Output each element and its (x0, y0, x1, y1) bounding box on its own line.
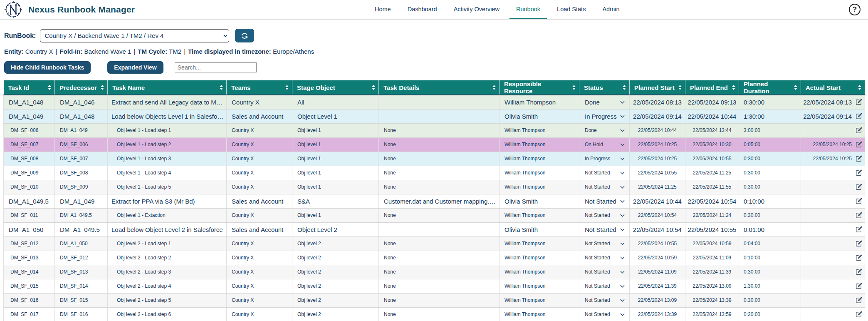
cell-planned-duration: 1:30:00 (739, 279, 801, 293)
nav-item-activity-overview[interactable]: Activity Overview (447, 0, 506, 19)
search-input[interactable] (175, 62, 257, 72)
status-select[interactable]: In Progress (579, 109, 629, 123)
cell-predecessor: DM_A1_046 (55, 95, 108, 109)
expanded-view-button[interactable]: Expanded View (107, 61, 163, 74)
cell-teams: Country X (227, 137, 292, 152)
cell-responsible-resource: Olivia Smith (500, 109, 579, 123)
status-value: In Progress (585, 156, 610, 162)
cell-actual-start (801, 166, 865, 180)
cell-stage-object: Obj level 2 (292, 279, 379, 293)
cell-predecessor: DM_SF_009 (55, 180, 108, 194)
cell-teams: Sales and Account (227, 109, 292, 123)
cell-task-details: None (379, 265, 500, 279)
status-select[interactable]: On Hold (579, 138, 629, 152)
runbook-select[interactable]: Country X / Backend Wave 1 / TM2 / Rev 4 (40, 29, 229, 42)
nav-item-load-stats[interactable]: Load Stats (550, 0, 592, 19)
cell-task-id: DM_SF_014 (4, 265, 55, 279)
cell-stage-object: Obj level 2 (292, 265, 379, 279)
column-header-stage-object[interactable]: Stage Object (292, 80, 379, 95)
edit-button[interactable] (856, 127, 862, 134)
meta-separator: | (134, 48, 135, 55)
edit-button[interactable] (856, 198, 862, 204)
column-header-responsible-resource[interactable]: Responsible Resource (500, 80, 579, 95)
column-header-task-name[interactable]: Task Name (108, 80, 227, 95)
edit-button[interactable] (856, 269, 862, 275)
nav-item-admin[interactable]: Admin (596, 0, 626, 19)
edit-button[interactable] (856, 169, 862, 176)
meta-label-time-displayed-in-timezone: Time displayed in timezone: (188, 48, 271, 55)
edit-pencil-icon (856, 99, 862, 105)
cell-task-id: DM_A1_049.5 (4, 194, 55, 208)
cell-actual-start (801, 222, 865, 236)
status-select[interactable]: Not Started (579, 223, 629, 236)
status-select[interactable]: Not Started (579, 279, 629, 293)
status-select[interactable]: Not Started (579, 194, 629, 208)
status-select[interactable]: Not Started (579, 308, 629, 321)
status-select[interactable]: Not Started (579, 180, 629, 194)
edit-button[interactable] (856, 254, 862, 261)
status-select[interactable]: Done (579, 95, 629, 109)
chevron-down-icon (620, 285, 625, 288)
sort-arrows-icon (791, 85, 797, 90)
edit-button[interactable] (856, 283, 862, 289)
column-header-task-id[interactable]: Task Id (4, 80, 55, 95)
chevron-down-icon (620, 186, 625, 189)
column-header-planned-start[interactable]: Planned Start (630, 80, 685, 95)
status-select[interactable]: Not Started (579, 251, 629, 265)
cell-stage-object: Obj level 1 (292, 180, 379, 194)
meta-label-tm-cycle: TM Cycle: (138, 48, 167, 55)
hide-child-tasks-button[interactable]: Hide Child Runbook Tasks (4, 61, 91, 74)
status-select[interactable]: Not Started (579, 209, 629, 222)
cell-task-details: None (379, 293, 500, 307)
cell-task-name: Obj level 1 - Load step 1 (108, 123, 227, 137)
column-header-status[interactable]: Status (579, 80, 630, 95)
help-icon[interactable]: ? (849, 4, 861, 15)
status-value: Not Started (585, 184, 610, 190)
nav-item-runbook[interactable]: Runbook (509, 0, 547, 19)
edit-button[interactable] (856, 212, 862, 219)
status-select[interactable]: In Progress (579, 152, 629, 166)
runbook-toolbar: RunBook: Country X / Backend Wave 1 / TM… (4, 29, 868, 42)
refresh-button[interactable] (235, 29, 254, 42)
column-header-planned-end[interactable]: Planned End (685, 80, 739, 95)
meta-value-tm-cycle: TM2 (167, 48, 181, 55)
cell-planned-start: 22/05/2024 10:44 (630, 194, 685, 208)
cell-planned-end: 22/05/2024 10:59 (685, 236, 739, 251)
cell-task-details: None (379, 152, 500, 166)
cell-status: Not Started (579, 236, 630, 251)
nav-item-home[interactable]: Home (368, 0, 398, 19)
cell-stage-object: Obj level 2 (292, 307, 379, 321)
cell-planned-end: 22/05/2024 11:24 (685, 208, 739, 222)
edit-button[interactable] (856, 311, 862, 318)
nav-item-dashboard[interactable]: Dashboard (401, 0, 444, 19)
edit-button[interactable] (856, 297, 862, 304)
edit-button[interactable] (856, 141, 862, 148)
cell-actual-start (801, 123, 865, 137)
edit-button[interactable] (856, 226, 862, 233)
column-header-teams[interactable]: Teams (227, 80, 292, 95)
edit-button[interactable] (856, 155, 862, 162)
status-value: Not Started (585, 226, 616, 233)
cell-teams: Country X (227, 251, 292, 265)
edit-pencil-icon (856, 184, 862, 190)
status-value: Not Started (585, 283, 610, 289)
cell-planned-end: 22/05/2024 11:25 (685, 166, 739, 180)
edit-pencil-icon (856, 283, 862, 289)
status-select[interactable]: Not Started (579, 294, 629, 307)
cell-task-id: DM_SF_010 (4, 180, 55, 194)
column-header-predecessor[interactable]: Predecessor (55, 80, 108, 95)
edit-button[interactable] (856, 184, 862, 190)
edit-button[interactable] (856, 240, 862, 247)
column-header-planned-duration[interactable]: Planned Duration (739, 80, 801, 95)
edit-button[interactable] (856, 99, 862, 105)
status-select[interactable]: Done (579, 124, 629, 137)
edit-button[interactable] (856, 113, 862, 119)
column-header-task-details[interactable]: Task Details (379, 80, 500, 95)
cell-status: On Hold (579, 137, 630, 152)
status-select[interactable]: Not Started (579, 237, 629, 251)
cell-stage-object: S&A (292, 194, 379, 208)
status-select[interactable]: Not Started (579, 166, 629, 180)
column-header-actual-start[interactable]: Actual Start (801, 80, 865, 95)
status-select[interactable]: Not Started (579, 265, 629, 279)
cell-teams: Country X (227, 152, 292, 166)
